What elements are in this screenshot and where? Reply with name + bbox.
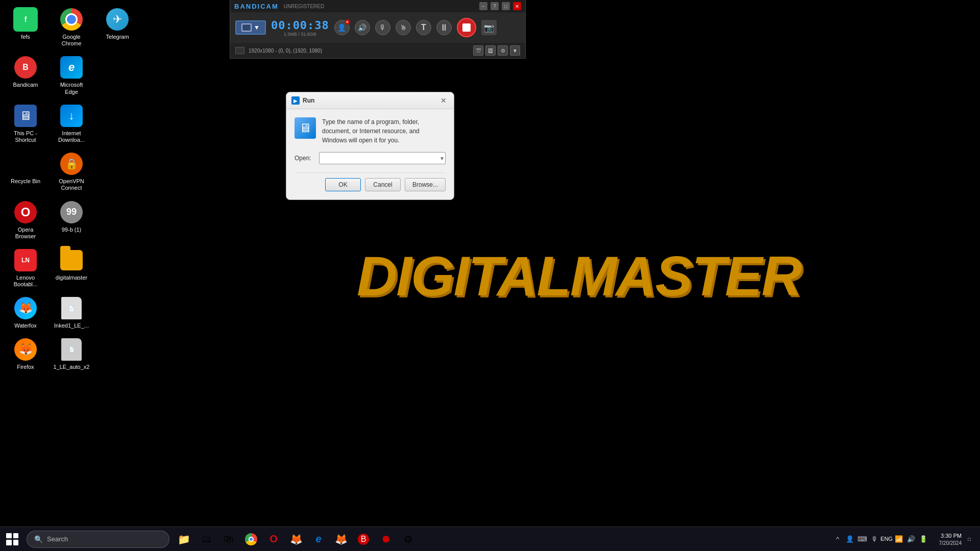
system-tray: ^ 👤 ⌨ 🎙 ENG 📶 🔊 🔋	[832, 533, 929, 544]
icon-row-2: B Bandicam e Microsoft Edge	[5, 53, 138, 97]
tray-notification-icon[interactable]: □	[964, 533, 975, 544]
taskbar-waterfox[interactable]: 🦊	[331, 529, 351, 549]
desktop-icon-99b[interactable]: 99 99-b (1)	[51, 198, 92, 235]
taskbar-opera[interactable]: O	[263, 529, 284, 549]
desktop-icon-chrome[interactable]: Google Chrome	[51, 5, 92, 49]
digitalmaster-folder-icon	[59, 248, 84, 272]
taskbar: 🔍 Search 📁 🗂 🛍 O	[0, 527, 980, 551]
tray-keyboard-icon[interactable]: ⌨	[856, 533, 868, 544]
desktop-icon-digitalmaster[interactable]: digitalmaster	[51, 246, 92, 283]
icon-row-5: O Opera Browser 99 99-b (1)	[5, 198, 138, 242]
bandicam-video-icon[interactable]: 🎬	[473, 45, 483, 56]
digitalmaster-label: digitalmaster	[56, 274, 87, 281]
lenovo-label: Lenovo Bootabl...	[7, 274, 44, 288]
taskbar-store[interactable]: 🛍	[218, 529, 239, 549]
bandicam-area-icon[interactable]	[235, 47, 244, 54]
bandicam-restore-btn[interactable]: □	[502, 2, 510, 10]
fefs-label: fefs	[21, 34, 30, 40]
run-ok-button[interactable]: OK	[325, 178, 361, 191]
tray-lang[interactable]: ENG	[881, 533, 892, 544]
taskbar-opera-icon: O	[270, 533, 278, 545]
tray-wifi-icon[interactable]: 📶	[893, 533, 904, 544]
file-manager-icon: 🗂	[201, 533, 211, 545]
bandicam-label: Bandicam	[13, 82, 38, 88]
desktop-icon-fefs[interactable]: f fefs	[5, 5, 46, 42]
bandicam-bottom-bar: 980x551 - (0, 0), (1920, 1080) 🎬 🖼 ⚙ ▼	[230, 43, 525, 58]
bandicam-record-btn[interactable]	[457, 18, 476, 37]
taskbar-recorder-icon: ⏺	[381, 533, 391, 545]
icon-row-8: 🦊 Firefox 📄 1_LE_auto_x2	[5, 335, 138, 372]
desktop: DIGITALMASTER f fefs Google Chrome ✈ Tel…	[0, 0, 980, 551]
desktop-icon-idownload[interactable]: ↓ Internet Downloa...	[51, 102, 92, 145]
desktop-icon-inked[interactable]: 📄 Inked1_LE_...	[51, 294, 92, 331]
bandicam-image-icon[interactable]: 🖼	[485, 45, 496, 56]
run-title: Run	[303, 97, 314, 104]
tray-battery-icon[interactable]: 🔋	[918, 533, 929, 544]
taskbar-settings-icon: ⚙	[404, 533, 413, 545]
tray-volume-icon[interactable]: 🔊	[905, 533, 917, 544]
file-explorer-icon: 📁	[178, 533, 190, 545]
openvpn-label: OpenVPN Connect	[53, 178, 90, 191]
taskbar-recorder[interactable]: ⏺	[376, 529, 396, 549]
bandicam-close-btn[interactable]: ✕	[513, 2, 521, 10]
desktop-icon-lenovo[interactable]: LN Lenovo Bootabl...	[5, 246, 46, 290]
tray-chevron-icon[interactable]: ^	[832, 533, 843, 544]
desktop-icon-telegram[interactable]: ✈ Telegram	[97, 5, 138, 42]
taskbar-file-manager[interactable]: 🗂	[196, 529, 216, 549]
fefs-icon: f	[13, 7, 38, 32]
desktop-icon-1le[interactable]: 📄 1_LE_auto_x2	[51, 335, 92, 372]
bandicam-capture-icon	[241, 23, 252, 32]
bandicam-webcam-btn[interactable]: 👤 ✕	[334, 20, 350, 35]
tray-mic-icon[interactable]: 🎙	[869, 533, 880, 544]
99b-label: 99-b (1)	[62, 227, 82, 233]
bandicam-pause-btn[interactable]: ⏸	[436, 20, 452, 35]
run-open-input[interactable]	[319, 152, 446, 164]
taskbar-edge[interactable]: e	[308, 529, 329, 549]
taskbar-search[interactable]: 🔍 Search	[27, 531, 169, 548]
desktop-icon-waterfox[interactable]: 🦊 Waterfox	[5, 294, 46, 331]
taskbar-firefox[interactable]: 🦊	[286, 529, 306, 549]
1le-icon: 📄	[59, 337, 84, 362]
bandicam-main: ▼ 00:00:38 1.5MB / 31.6GB 👤 ✕ 🔊 🎙 🖱 T ⏸ …	[230, 12, 525, 43]
desktop-icon-bandicam[interactable]: B Bandicam	[5, 53, 46, 90]
tray-avatar-icon[interactable]: 👤	[844, 533, 855, 544]
run-open-label: Open:	[295, 155, 315, 162]
bandicam-screenshot-btn[interactable]: 📷	[481, 20, 497, 35]
run-body: 🖥 Type the name of a program, folder, do…	[286, 109, 454, 199]
desktop-icon-openvpn[interactable]: 🔒 OpenVPN Connect	[51, 149, 92, 193]
run-cancel-button[interactable]: Cancel	[365, 178, 401, 191]
run-browse-button[interactable]: Browse...	[405, 178, 446, 191]
bandicam-text-btn[interactable]: T	[416, 20, 431, 35]
bandicam-mic-btn[interactable]: 🎙	[375, 20, 390, 35]
bandicam-settings-icon[interactable]: ⚙	[498, 45, 508, 56]
desktop-icon-opera[interactable]: O Opera Browser	[5, 198, 46, 242]
bandicam-audio-btn[interactable]: 🔊	[355, 20, 370, 35]
desktop-icon-edge[interactable]: e Microsoft Edge	[51, 53, 92, 97]
bandicam-cursor-btn[interactable]: 🖱	[396, 20, 411, 35]
desktop-icon-this-pc[interactable]: 🖥 This PC - Shortcut	[5, 102, 46, 145]
taskbar-bandicam[interactable]: B	[353, 529, 374, 549]
icon-row-1: f fefs Google Chrome ✈ Telegram	[5, 5, 138, 49]
taskbar-settings[interactable]: ⚙	[398, 529, 419, 549]
inked-label: Inked1_LE_...	[54, 322, 89, 329]
telegram-icon: ✈	[105, 7, 130, 32]
desktop-icons: f fefs Google Chrome ✈ Telegram B	[5, 5, 138, 373]
taskbar-clock[interactable]: 3:30 PM 7/20/2024	[931, 532, 962, 545]
bandicam-stop-icon	[462, 23, 471, 32]
bandicam-icon: B	[13, 55, 38, 80]
run-description: Type the name of a program, folder, docu…	[322, 117, 446, 145]
bandicam-minimize-btn[interactable]: −	[479, 2, 487, 10]
bandicam-expand-btn[interactable]: ▼	[510, 45, 520, 56]
bandicam-help-btn[interactable]: ?	[491, 2, 499, 10]
run-dropdown-arrow[interactable]: ▼	[439, 156, 445, 161]
taskbar-file-explorer[interactable]: 📁	[174, 529, 194, 549]
background-logo: DIGITALMASTER	[357, 243, 801, 308]
run-close-button[interactable]: ✕	[438, 95, 449, 106]
bandicam-dropdown[interactable]: ▼	[254, 24, 260, 31]
desktop-icon-recycle[interactable]: 🗑 Recycle Bin	[5, 149, 46, 187]
desktop-icon-firefox[interactable]: 🦊 Firefox	[5, 335, 46, 372]
start-button[interactable]	[0, 527, 24, 552]
taskbar-chrome[interactable]	[241, 529, 261, 549]
bandicam-capture-button[interactable]: ▼	[235, 20, 266, 35]
edge-label: Microsoft Edge	[53, 82, 90, 95]
